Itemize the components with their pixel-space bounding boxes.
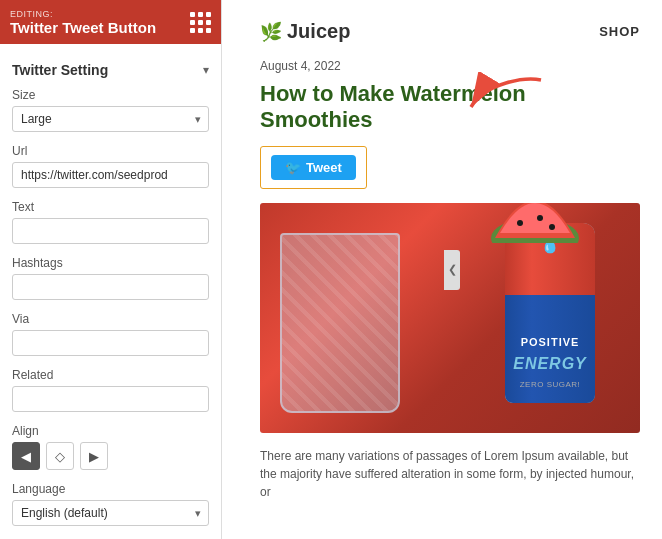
related-label: Related bbox=[12, 368, 209, 382]
text-field-group: Text bbox=[12, 200, 209, 244]
post-date: August 4, 2022 bbox=[260, 59, 640, 73]
top-bar-left: EDITING: Twitter Tweet Button bbox=[10, 9, 156, 36]
url-input[interactable] bbox=[12, 162, 209, 188]
shop-link[interactable]: SHOP bbox=[599, 24, 640, 39]
via-field-group: Via bbox=[12, 312, 209, 356]
size-label: Size bbox=[12, 88, 209, 102]
url-label: Url bbox=[12, 144, 209, 158]
related-input[interactable] bbox=[12, 386, 209, 412]
align-center-button[interactable]: ◇ bbox=[46, 442, 74, 470]
twitter-setting-header[interactable]: Twitter Setting ▾ bbox=[12, 54, 209, 88]
watermelon-icon bbox=[490, 203, 580, 243]
collapse-handle[interactable]: ❮ bbox=[444, 250, 460, 290]
section-title: Twitter Setting bbox=[12, 62, 108, 78]
size-field-group: Size Small Medium Large bbox=[12, 88, 209, 132]
align-label: Align bbox=[12, 424, 209, 438]
editing-label: EDITING: bbox=[10, 9, 156, 19]
language-select[interactable]: English (default) Spanish French German bbox=[12, 500, 209, 526]
post-image: 💧 POSITIVE ENERGY ZERO SUGAR! bbox=[260, 203, 640, 433]
twitter-bird-icon: 🐦 bbox=[285, 160, 301, 175]
hashtags-field-group: Hashtags bbox=[12, 256, 209, 300]
grid-dots-icon[interactable] bbox=[190, 12, 211, 33]
widget-title: Twitter Tweet Button bbox=[10, 19, 156, 36]
tweet-label: Tweet bbox=[306, 160, 342, 175]
tweet-button[interactable]: 🐦 Tweet bbox=[271, 155, 356, 180]
size-select-wrap: Small Medium Large bbox=[12, 106, 209, 132]
language-select-wrap: English (default) Spanish French German bbox=[12, 500, 209, 526]
align-left-button[interactable]: ◀ bbox=[12, 442, 40, 470]
language-field-group: Language English (default) Spanish Frenc… bbox=[12, 482, 209, 526]
language-label: Language bbox=[12, 482, 209, 496]
post-title: How to Make Watermelon Smoothies bbox=[260, 81, 640, 134]
tweet-button-wrapper: 🐦 Tweet bbox=[260, 146, 367, 189]
post-excerpt: There are many variations of passages of… bbox=[260, 447, 640, 501]
via-input[interactable] bbox=[12, 330, 209, 356]
via-label: Via bbox=[12, 312, 209, 326]
svg-point-2 bbox=[517, 220, 523, 226]
align-buttons: ◀ ◇ ▶ bbox=[12, 442, 209, 470]
product-can: 💧 POSITIVE ENERGY ZERO SUGAR! bbox=[490, 223, 610, 423]
site-header: 🌿 Juicep SHOP bbox=[260, 20, 640, 43]
related-field-group: Related bbox=[12, 368, 209, 412]
logo-leaf-icon: 🌿 bbox=[260, 21, 282, 43]
left-panel: EDITING: Twitter Tweet Button Twitter Se… bbox=[0, 0, 222, 539]
logo-text: Juicep bbox=[287, 20, 350, 43]
url-field-group: Url bbox=[12, 144, 209, 188]
text-input[interactable] bbox=[12, 218, 209, 244]
chevron-down-icon: ▾ bbox=[203, 63, 209, 77]
hashtags-label: Hashtags bbox=[12, 256, 209, 270]
glass bbox=[280, 233, 420, 433]
settings-section: Twitter Setting ▾ Size Small Medium Larg… bbox=[0, 44, 221, 539]
hashtags-input[interactable] bbox=[12, 274, 209, 300]
align-right-button[interactable]: ▶ bbox=[80, 442, 108, 470]
svg-point-3 bbox=[537, 215, 543, 221]
size-select[interactable]: Small Medium Large bbox=[12, 106, 209, 132]
logo-wrap: 🌿 Juicep bbox=[260, 20, 350, 43]
svg-point-4 bbox=[549, 224, 555, 230]
align-field-group: Align ◀ ◇ ▶ bbox=[12, 424, 209, 470]
top-bar: EDITING: Twitter Tweet Button bbox=[0, 0, 221, 44]
text-label: Text bbox=[12, 200, 209, 214]
